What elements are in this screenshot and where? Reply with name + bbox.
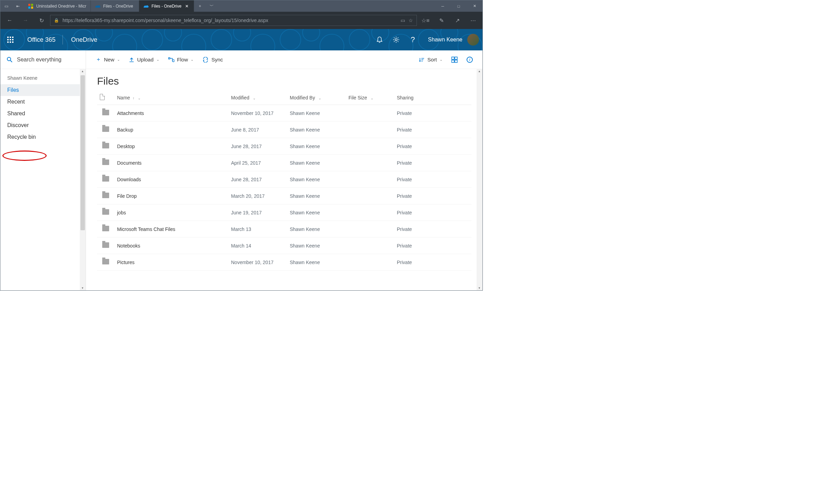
share-icon[interactable]: ↗ (450, 17, 465, 24)
nav-list: Shawn Keene Files Recent Shared Discover… (0, 69, 86, 143)
nav-item-recent[interactable]: Recent (0, 96, 86, 108)
new-tab-button[interactable]: ＋ (194, 0, 206, 12)
item-name[interactable]: Attachments (117, 110, 144, 116)
left-scrollbar[interactable] (80, 69, 86, 290)
help-icon[interactable]: ? (404, 35, 421, 44)
window-close-button[interactable]: ✕ (467, 0, 482, 12)
window-maximize-button[interactable]: □ (451, 0, 467, 12)
item-modifiedby: Shawn Keene (287, 238, 346, 254)
nav-forward-button[interactable]: → (18, 13, 33, 27)
suite-brand[interactable]: Office 365 (20, 36, 63, 43)
nav-item-shared[interactable]: Shared (0, 108, 86, 119)
chevron-down-icon: ⌄ (138, 96, 141, 100)
item-name[interactable]: File Drop (117, 193, 137, 199)
table-row[interactable]: Microsoft Teams Chat FilesMarch 13Shawn … (97, 221, 471, 238)
col-label: Sharing (397, 95, 413, 100)
item-name[interactable]: Downloads (117, 177, 141, 182)
nav-owner: Shawn Keene (0, 75, 86, 84)
setaside-tabs-icon[interactable]: ⇤ (12, 0, 24, 12)
col-modifiedby[interactable]: Modified By ⌄ (287, 90, 346, 105)
svg-rect-1 (31, 4, 33, 6)
browser-titlebar: ▭ ⇤ Uninstalled Onedrive - Micr Files - … (0, 0, 482, 12)
address-field[interactable]: 🔒 https://teleflora365-my.sharepoint.com… (50, 15, 417, 26)
table-row[interactable]: DownloadsJune 28, 2017Shawn KeenePrivate (97, 171, 471, 188)
svg-rect-21 (455, 60, 457, 62)
table-row[interactable]: DesktopJune 28, 2017Shawn KeenePrivate (97, 138, 471, 155)
nav-label: Discover (7, 122, 29, 128)
more-icon[interactable]: ⋯ (466, 17, 480, 24)
item-sharing: Private (394, 171, 471, 188)
table-row[interactable]: PicturesNovember 10, 2017Shawn KeenePriv… (97, 254, 471, 271)
item-size (346, 221, 394, 238)
tab-1[interactable]: Files - OneDrive (91, 0, 139, 12)
search-box[interactable]: Search everything (0, 50, 86, 69)
app-launcher-button[interactable] (0, 37, 20, 43)
item-modified: June 19, 2017 (228, 204, 287, 221)
details-pane-button[interactable]: i (467, 57, 473, 63)
app-name[interactable]: OneDrive (63, 36, 106, 43)
tab-2-close-icon[interactable]: ✕ (184, 4, 190, 9)
chevron-down-icon: ⌄ (117, 58, 120, 61)
tab-2[interactable]: Files - OneDrive ✕ (139, 0, 194, 12)
item-name[interactable]: Microsoft Teams Chat Files (117, 226, 175, 232)
cmd-sort[interactable]: Sort ⌄ (419, 57, 442, 62)
main-scrollbar[interactable] (477, 69, 482, 290)
item-name[interactable]: Pictures (117, 260, 135, 265)
item-size (346, 254, 394, 271)
view-toggle-button[interactable] (451, 57, 458, 63)
col-label: File Size (348, 95, 367, 100)
settings-gear-icon[interactable] (388, 36, 404, 43)
table-row[interactable]: jobsJune 19, 2017Shawn KeenePrivate (97, 204, 471, 221)
item-name[interactable]: Backup (117, 127, 133, 133)
nav-wrap: Shawn Keene Files Recent Shared Discover… (0, 69, 86, 290)
user-avatar[interactable] (467, 34, 479, 46)
cmd-upload[interactable]: Upload ⌄ (129, 57, 159, 62)
tab-overflow-icon[interactable]: ﹀ (206, 0, 218, 12)
favorites-hub-icon[interactable]: ☆≡ (418, 17, 433, 24)
table-row[interactable]: BackupJune 8, 2017Shawn KeenePrivate (97, 122, 471, 138)
window-minimize-button[interactable]: ─ (435, 0, 451, 12)
nav-back-button[interactable]: ← (2, 13, 17, 27)
tab-0-favicon-icon (28, 3, 33, 9)
reading-view-icon[interactable]: ▭ (401, 18, 405, 23)
svg-rect-6 (12, 37, 13, 38)
user-name[interactable]: Shawn Keene (421, 37, 467, 43)
cmd-new[interactable]: ＋ New ⌄ (96, 56, 120, 63)
col-name[interactable]: Name ↑ ⌄ (114, 90, 228, 105)
item-name[interactable]: Documents (117, 160, 142, 166)
cmd-sync[interactable]: Sync (202, 57, 223, 62)
taskview-icon[interactable]: ▭ (0, 0, 12, 12)
lock-icon: 🔒 (54, 18, 59, 23)
cmd-label: Sync (211, 57, 223, 62)
item-name[interactable]: Notebooks (117, 243, 140, 249)
item-size (346, 122, 394, 138)
notifications-icon[interactable] (371, 36, 388, 43)
col-modified[interactable]: Modified ⌄ (228, 90, 287, 105)
nav-item-recyclebin[interactable]: Recycle bin (0, 131, 86, 143)
url-text: https://teleflora365-my.sharepoint.com/p… (63, 18, 397, 23)
table-row[interactable]: NotebooksMarch 14Shawn KeenePrivate (97, 238, 471, 254)
nav-item-discover[interactable]: Discover (0, 119, 86, 131)
svg-rect-19 (455, 57, 457, 59)
svg-point-13 (395, 39, 397, 41)
table-row[interactable]: DocumentsApril 25, 2017Shawn KeenePrivat… (97, 155, 471, 171)
col-filesize[interactable]: File Size ⌄ (346, 90, 394, 105)
tab-0[interactable]: Uninstalled Onedrive - Micr (24, 0, 91, 12)
table-row[interactable]: File DropMarch 20, 2017Shawn KeenePrivat… (97, 188, 471, 204)
plus-icon: ＋ (96, 56, 101, 63)
col-type[interactable] (97, 90, 114, 105)
chevron-down-icon: ⌄ (191, 58, 193, 61)
svg-rect-20 (452, 60, 454, 62)
col-sharing[interactable]: Sharing (394, 90, 471, 105)
favorite-star-icon[interactable]: ☆ (409, 18, 413, 23)
nav-refresh-button[interactable]: ↻ (34, 13, 49, 27)
item-name[interactable]: jobs (117, 210, 126, 215)
item-size (346, 171, 394, 188)
item-name[interactable]: Desktop (117, 144, 135, 149)
svg-rect-18 (452, 57, 454, 59)
nav-item-files[interactable]: Files (0, 84, 86, 96)
notes-icon[interactable]: ✎ (434, 17, 449, 24)
table-row[interactable]: AttachmentsNovember 10, 2017Shawn KeeneP… (97, 105, 471, 122)
page-title: Files (97, 75, 471, 87)
cmd-flow[interactable]: Flow ⌄ (168, 57, 194, 62)
